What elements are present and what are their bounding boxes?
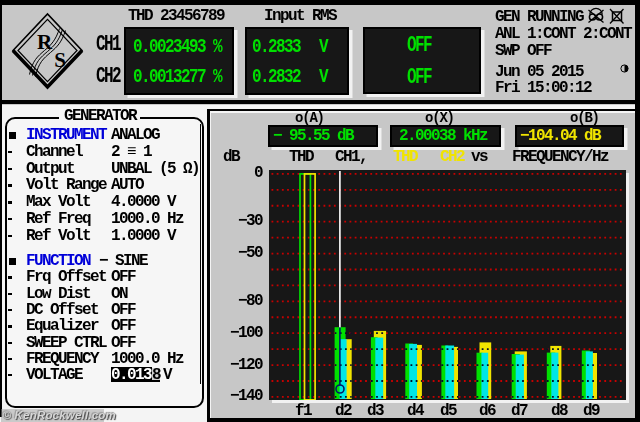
svg-text:S: S xyxy=(54,48,66,72)
